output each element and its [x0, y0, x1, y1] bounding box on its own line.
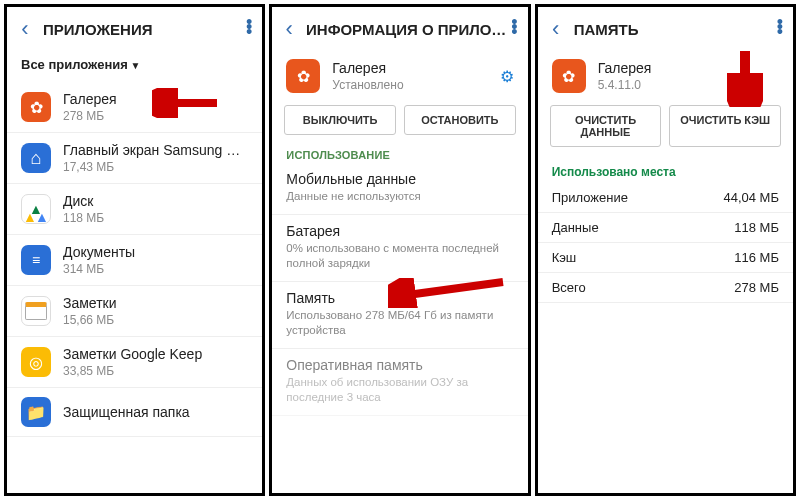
- button-row: ОЧИСТИТЬ ДАННЫЕ ОЧИСТИТЬ КЭШ: [538, 101, 793, 157]
- storage-row: Всего 278 МБ: [538, 273, 793, 303]
- home-icon: [21, 143, 51, 173]
- panel-app-info: ‹ ИНФОРМАЦИЯ О ПРИЛОЖЕНИИ ••• Галерея Ус…: [269, 4, 530, 496]
- app-size: 278 МБ: [63, 109, 117, 123]
- row-title: Память: [286, 290, 513, 306]
- app-size: 17,43 МБ: [63, 160, 248, 174]
- gallery-icon: [286, 59, 320, 93]
- row-title: Батарея: [286, 223, 513, 239]
- app-name: Диск: [63, 193, 104, 209]
- storage-value: 278 МБ: [734, 280, 779, 295]
- app-status: Установлено: [332, 78, 403, 92]
- list-item[interactable]: Диск 118 МБ: [7, 184, 262, 235]
- app-header: Галерея 5.4.11.0: [538, 51, 793, 101]
- storage-row: Приложение 44,04 МБ: [538, 183, 793, 213]
- header: ‹ ПАМЯТЬ •••: [538, 7, 793, 51]
- panel-apps: ‹ ПРИЛОЖЕНИЯ ••• Все приложения Галерея …: [4, 4, 265, 496]
- section-usage: ИСПОЛЬЗОВАНИЕ: [272, 145, 527, 163]
- secure-folder-icon: [21, 397, 51, 427]
- button-row: ВЫКЛЮЧИТЬ ОСТАНОВИТЬ: [272, 101, 527, 145]
- storage-key: Приложение: [552, 190, 628, 205]
- annotation-arrow-icon: [727, 47, 763, 107]
- row-sub: Данных об использовании ОЗУ за последние…: [286, 375, 513, 405]
- gallery-icon: [21, 92, 51, 122]
- row-sub: Использовано 278 МБ/64 Гб из памяти устр…: [286, 308, 513, 338]
- header: ‹ ИНФОРМАЦИЯ О ПРИЛОЖЕНИИ •••: [272, 7, 527, 51]
- app-name: Главный экран Samsung Experie..: [63, 142, 248, 158]
- list-item[interactable]: Документы 314 МБ: [7, 235, 262, 286]
- app-size: 118 МБ: [63, 211, 104, 225]
- docs-icon: [21, 245, 51, 275]
- overflow-menu-icon[interactable]: •••: [511, 19, 517, 34]
- back-icon[interactable]: ‹: [15, 16, 35, 42]
- info-row-ram[interactable]: Оперативная память Данных об использован…: [272, 349, 527, 416]
- keep-icon: [21, 347, 51, 377]
- list-item[interactable]: Защищенная папка: [7, 388, 262, 437]
- app-size: 314 МБ: [63, 262, 135, 276]
- disable-button[interactable]: ВЫКЛЮЧИТЬ: [284, 105, 396, 135]
- drive-icon: [21, 194, 51, 224]
- overflow-menu-icon[interactable]: •••: [777, 19, 783, 34]
- page-title: ПРИЛОЖЕНИЯ: [43, 21, 153, 38]
- app-size: 15,66 МБ: [63, 313, 117, 327]
- storage-key: Всего: [552, 280, 586, 295]
- clear-data-button[interactable]: ОЧИСТИТЬ ДАННЫЕ: [550, 105, 662, 147]
- app-version: 5.4.11.0: [598, 78, 652, 92]
- row-title: Мобильные данные: [286, 171, 513, 187]
- app-name: Галерея: [332, 60, 403, 76]
- info-row-storage[interactable]: Память Использовано 278 МБ/64 Гб из памя…: [272, 282, 527, 349]
- info-row-battery[interactable]: Батарея 0% использовано с момента послед…: [272, 215, 527, 282]
- section-used: Использовано места: [538, 157, 793, 183]
- back-icon[interactable]: ‹: [546, 16, 566, 42]
- row-sub: Данные не используются: [286, 189, 513, 204]
- stop-button[interactable]: ОСТАНОВИТЬ: [404, 105, 516, 135]
- list-item[interactable]: Главный экран Samsung Experie.. 17,43 МБ: [7, 133, 262, 184]
- back-icon[interactable]: ‹: [280, 16, 298, 42]
- annotation-arrow-icon: [152, 88, 222, 118]
- app-name: Галерея: [598, 60, 652, 76]
- storage-value: 116 МБ: [734, 250, 779, 265]
- gallery-icon: [552, 59, 586, 93]
- list-item[interactable]: Заметки Google Keep 33,85 МБ: [7, 337, 262, 388]
- app-header: Галерея Установлено ⚙: [272, 51, 527, 101]
- filter-dropdown[interactable]: Все приложения: [7, 51, 262, 82]
- notes-icon: [21, 296, 51, 326]
- storage-value: 44,04 МБ: [723, 190, 779, 205]
- list-item[interactable]: Галерея 278 МБ: [7, 82, 262, 133]
- app-name: Заметки: [63, 295, 117, 311]
- app-name: Заметки Google Keep: [63, 346, 202, 362]
- row-title: Оперативная память: [286, 357, 513, 373]
- app-name: Документы: [63, 244, 135, 260]
- storage-value: 118 МБ: [734, 220, 779, 235]
- page-title: ПАМЯТЬ: [574, 21, 639, 38]
- info-row-mobile-data[interactable]: Мобильные данные Данные не используются: [272, 163, 527, 215]
- storage-row: Кэш 116 МБ: [538, 243, 793, 273]
- list-item[interactable]: Заметки 15,66 МБ: [7, 286, 262, 337]
- clear-cache-button[interactable]: ОЧИСТИТЬ КЭШ: [669, 105, 781, 147]
- header: ‹ ПРИЛОЖЕНИЯ •••: [7, 7, 262, 51]
- row-sub: 0% использовано с момента последней полн…: [286, 241, 513, 271]
- app-size: 33,85 МБ: [63, 364, 202, 378]
- app-list: Галерея 278 МБ Главный экран Samsung Exp…: [7, 82, 262, 437]
- storage-key: Кэш: [552, 250, 577, 265]
- gear-icon[interactable]: ⚙: [500, 67, 514, 86]
- overflow-menu-icon[interactable]: •••: [246, 19, 252, 34]
- storage-row: Данные 118 МБ: [538, 213, 793, 243]
- app-name: Галерея: [63, 91, 117, 107]
- storage-key: Данные: [552, 220, 599, 235]
- app-name: Защищенная папка: [63, 404, 190, 420]
- page-title: ИНФОРМАЦИЯ О ПРИЛОЖЕНИИ: [306, 21, 520, 38]
- panel-storage: ‹ ПАМЯТЬ ••• Галерея 5.4.11.0 ОЧИСТИТЬ Д…: [535, 4, 796, 496]
